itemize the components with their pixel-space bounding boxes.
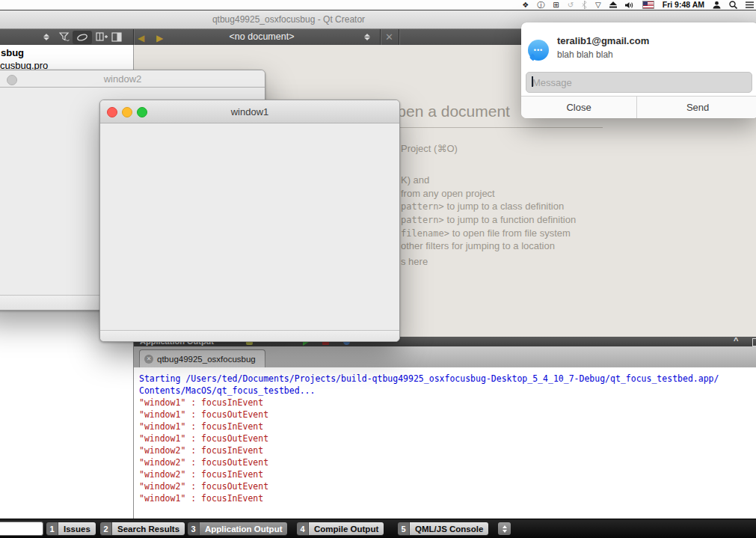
editor-hint-line: pattern> to jump to a class definition: [401, 201, 564, 212]
application-output-panel: Application Output ^ ✕ qtbug49925_osxfoc…: [133, 337, 756, 519]
panel-button-number: 1: [46, 522, 58, 535]
editor-hint-line: other filters for jumping to a location: [401, 240, 555, 251]
console-line: Contents/MacOS/qt_focus_testbed...: [139, 385, 756, 397]
editor-hint-line: Project (⌘O): [401, 143, 458, 154]
console-line: "window1" : focusOutEvent: [139, 432, 756, 444]
displays-icon[interactable]: ⊞: [553, 0, 559, 10]
filter-icon[interactable]: [59, 32, 70, 45]
panel-button-compile-output[interactable]: 4Compile Output: [297, 522, 384, 535]
link-icon: [76, 34, 88, 41]
reply-input[interactable]: [526, 72, 752, 93]
window-title: qtbug49925_osxfocusbug - Qt Creator: [212, 14, 365, 25]
editor-hint-line: pattern> to jump to a function definitio…: [401, 214, 576, 225]
editor-hint-line: K) and: [401, 174, 429, 186]
maximize-pane-icon[interactable]: [752, 338, 756, 346]
console-line: "window1" : focusInEvent: [139, 421, 756, 432]
console-line: "window2" : focusOutEvent: [139, 456, 756, 468]
panel-button-label: Issues: [58, 522, 96, 535]
status-bar: 1Issues2Search Results3Application Outpu…: [0, 519, 756, 538]
forward-arrow-button[interactable]: ▶: [156, 32, 163, 44]
collapse-pane-icon[interactable]: ^: [734, 336, 738, 345]
document-stepper-icon[interactable]: [364, 34, 370, 40]
notification-sender: teralib1@gmail.com: [557, 35, 649, 46]
panel-button-number: 3: [188, 522, 200, 535]
editor-hint-line: s here: [401, 256, 428, 267]
menu-bar-status-icons: ❖ⓘ⊞↺▽Fri 9:48 AM: [522, 0, 754, 10]
console-line: "window1" : focusInEvent: [139, 492, 756, 504]
window1-title: window1: [100, 106, 399, 117]
panel-button-number: 5: [398, 522, 410, 535]
spotlight-search-icon[interactable]: [729, 1, 737, 9]
editor-hint-line: filename> to open file from file system: [401, 227, 571, 239]
user-icon[interactable]: [713, 1, 721, 9]
project-tree-item[interactable]: sbug: [1, 47, 24, 58]
window1: window1: [99, 100, 400, 342]
link-with-editor-button[interactable]: [73, 31, 92, 44]
panel-button-number: 4: [297, 522, 309, 535]
panel-button-application-output[interactable]: 3Application Output: [188, 522, 287, 535]
console-line: "window1" : focusOutEvent: [139, 409, 756, 421]
bluetooth-icon[interactable]: [582, 1, 587, 9]
eject-icon[interactable]: [609, 1, 617, 8]
close-sidebar-icon[interactable]: [111, 32, 122, 45]
info-circle-icon[interactable]: ⓘ: [537, 0, 544, 10]
send-button[interactable]: Send: [636, 97, 756, 118]
panel-button-label: Application Output: [200, 522, 287, 535]
close-button[interactable]: Close: [521, 97, 636, 118]
console-line: "window1" : focusInEvent: [139, 397, 756, 409]
desktop: ❖ⓘ⊞↺▽Fri 9:48 AM qtbug49925_osxfocusbug …: [0, 0, 756, 538]
messages-app-icon: •••: [528, 40, 549, 61]
window1-content: [100, 123, 399, 330]
locator-input[interactable]: [0, 522, 43, 536]
editor-hint-line: from any open project: [401, 188, 495, 199]
macos-menu-bar: ❖ⓘ⊞↺▽Fri 9:48 AM: [0, 0, 756, 10]
open-document-dropdown[interactable]: <no document>: [179, 31, 344, 42]
console-line: "window2" : focusOutEvent: [139, 480, 756, 492]
window1-titlebar: window1: [100, 100, 399, 123]
output-tab-label: qtbug49925_osxfocusbug: [157, 355, 256, 364]
message-notification-popup: ••• teralib1@gmail.com blah blah blah Cl…: [521, 22, 756, 118]
panel-button-search-results[interactable]: 2Search Results: [100, 522, 185, 535]
console-line: "window2" : focusInEvent: [139, 468, 756, 480]
console-line: "window2" : focusInEvent: [139, 444, 756, 456]
panel-button-number: 2: [100, 522, 112, 535]
clock-label[interactable]: Fri 9:48 AM: [663, 0, 704, 10]
notification-message: blah blah blah: [557, 49, 613, 60]
notification-buttons: Close Send: [521, 96, 756, 118]
console-line: Starting /Users/ted/Documents/Projects/b…: [139, 373, 756, 385]
logmein-icon[interactable]: ▽: [595, 0, 601, 10]
panel-button-issues[interactable]: 1Issues: [46, 522, 96, 535]
time-machine-icon[interactable]: ↺: [568, 0, 574, 10]
console-output[interactable]: Starting /Users/ted/Documents/Projects/b…: [134, 367, 756, 519]
back-arrow-button[interactable]: ◀: [138, 32, 144, 44]
panel-stepper[interactable]: [498, 522, 511, 535]
panel-button-label: Compile Output: [309, 522, 384, 535]
output-tab-bar: ✕ qtbug49925_osxfocusbug: [134, 346, 756, 368]
volume-icon[interactable]: [625, 1, 634, 9]
versions-icon[interactable]: ❖: [522, 0, 529, 10]
open-document-heading: Open a document: [385, 103, 510, 120]
pane-selector-stepper-icon[interactable]: [43, 34, 49, 40]
window1-footer: [100, 330, 399, 341]
text-caret: [532, 76, 533, 87]
split-view-icon[interactable]: [96, 32, 108, 45]
window2-title: window2: [0, 73, 265, 85]
close-document-button[interactable]: ✕: [385, 31, 393, 43]
close-tab-icon[interactable]: ✕: [144, 355, 153, 364]
panel-button-qml-js-console[interactable]: 5QML/JS Console: [398, 522, 488, 535]
us-flag-icon[interactable]: [642, 1, 654, 9]
notification-center-icon[interactable]: [746, 1, 754, 8]
output-tab[interactable]: ✕ qtbug49925_osxfocusbug: [139, 349, 265, 367]
window2-titlebar: window2: [0, 70, 265, 88]
panel-button-label: Search Results: [112, 522, 185, 535]
panel-button-label: QML/JS Console: [410, 522, 488, 535]
